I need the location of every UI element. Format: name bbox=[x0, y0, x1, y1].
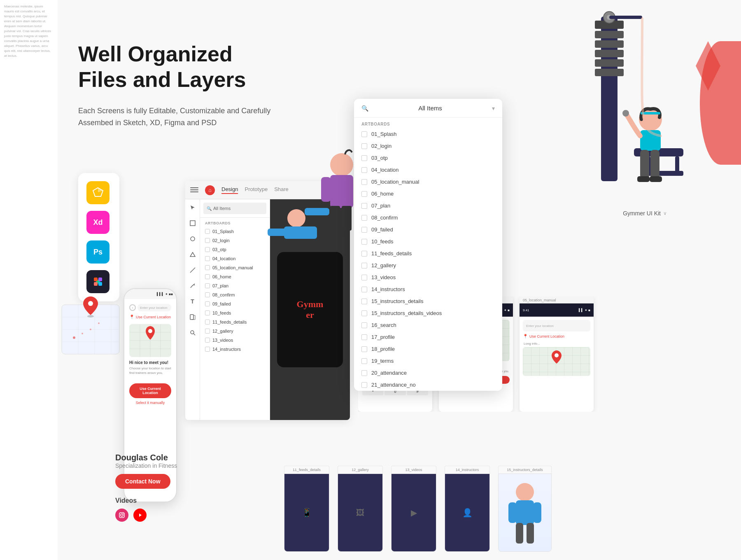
svg-rect-49 bbox=[595, 31, 624, 38]
svg-point-20 bbox=[87, 315, 94, 317]
all-items-item-11_feeds_details[interactable]: 11_feeds_details bbox=[354, 247, 502, 259]
feeds-screen: 📱 bbox=[284, 474, 329, 552]
svg-point-19 bbox=[88, 301, 93, 306]
all-items-item-21_attendance_no[interactable]: 21_attendance_no bbox=[354, 379, 502, 391]
all-items-item-02_login[interactable]: 02_login bbox=[354, 140, 502, 152]
all-items-item-03_otp[interactable]: 03_otp bbox=[354, 152, 502, 164]
triangle-tool[interactable] bbox=[188, 250, 198, 259]
text-tool[interactable]: T bbox=[188, 296, 198, 306]
back-btn[interactable]: ‹ bbox=[129, 304, 136, 311]
bottom-screen-feeds: 11_feeds_details 📱 bbox=[284, 466, 329, 552]
clip-tool[interactable] bbox=[188, 312, 198, 322]
all-items-item-14_instructors[interactable]: 14_instructors bbox=[354, 283, 502, 295]
svg-rect-68 bbox=[650, 176, 662, 182]
all-items-chevron[interactable]: ▾ bbox=[492, 105, 495, 112]
svg-rect-40 bbox=[330, 206, 340, 231]
all-items-item-09_failed[interactable]: 09_failed bbox=[354, 224, 502, 236]
sketch-item-07_plan[interactable]: 07_plan bbox=[200, 281, 270, 290]
kit-chevron[interactable]: ∨ bbox=[663, 210, 667, 216]
svg-point-34 bbox=[191, 331, 194, 334]
sketch-item-14_instructors[interactable]: 14_instructors bbox=[200, 345, 270, 354]
svg-rect-79 bbox=[508, 502, 517, 523]
search-bar[interactable]: Enter your location bbox=[137, 304, 171, 311]
svg-rect-52 bbox=[595, 59, 624, 67]
all-items-item-16_search[interactable]: 16_search bbox=[354, 319, 502, 331]
sketch-item-12_gallery[interactable]: 12_gallery bbox=[200, 327, 270, 336]
use-current-location-btn[interactable]: Use Current Location bbox=[129, 383, 171, 398]
all-items-item-17_profile[interactable]: 17_profile bbox=[354, 331, 502, 343]
instagram-icon[interactable] bbox=[115, 509, 128, 522]
svg-point-14 bbox=[73, 336, 75, 339]
svg-rect-51 bbox=[595, 50, 624, 57]
svg-point-16 bbox=[90, 329, 91, 330]
all-items-item-15_instructors_details_videos[interactable]: 15_instructors_details_videos bbox=[354, 307, 502, 319]
svg-rect-67 bbox=[637, 176, 650, 182]
all-items-item-19_terms[interactable]: 19_terms bbox=[354, 355, 502, 367]
svg-point-30 bbox=[191, 237, 195, 241]
pointer-tool[interactable] bbox=[188, 203, 198, 212]
phone-body: ‹ Enter your location 📍 Use Current Loca… bbox=[124, 299, 176, 410]
all-items-item-07_plan[interactable]: 07_plan bbox=[354, 200, 502, 212]
tab-design[interactable]: Design bbox=[221, 186, 238, 194]
svg-point-17 bbox=[98, 322, 100, 324]
contact-now-btn[interactable]: Contact Now bbox=[115, 474, 170, 489]
svg-rect-66 bbox=[650, 150, 659, 179]
svg-point-75 bbox=[123, 513, 124, 514]
all-items-item-13_videos[interactable]: 13_videos bbox=[354, 271, 502, 283]
instructors-details-label: 15_instructors_details bbox=[498, 466, 552, 474]
hero-description: Each Screens is fully Editable, Customiz… bbox=[78, 105, 284, 129]
all-items-item-18_profile[interactable]: 18_profile bbox=[354, 343, 502, 355]
all-items-item-08_confirm[interactable]: 08_confirm bbox=[354, 212, 502, 224]
youtube-icon[interactable] bbox=[133, 509, 147, 522]
instructors-label: 14_instructors bbox=[445, 466, 490, 474]
line-tool[interactable] bbox=[188, 265, 198, 275]
instructors-screen: 👤 bbox=[445, 474, 490, 552]
phone-nav: ‹ Enter your location bbox=[129, 304, 171, 311]
rectangle-tool[interactable] bbox=[188, 218, 198, 228]
location-illustration bbox=[58, 288, 124, 362]
sketch-item-13_videos[interactable]: 13_videos bbox=[200, 336, 270, 345]
profile-name: Douglas Cole bbox=[115, 453, 259, 462]
pen-tool[interactable] bbox=[188, 281, 198, 291]
zoom-tool[interactable] bbox=[188, 328, 198, 338]
sketch-item-06_home[interactable]: 06_home bbox=[200, 272, 270, 281]
home-nav-icon[interactable]: ⌂ bbox=[205, 185, 215, 195]
svg-rect-81 bbox=[516, 523, 523, 544]
svg-line-35 bbox=[193, 334, 195, 335]
sketch-item-11_feeds_details[interactable]: 11_feeds_details bbox=[200, 317, 270, 327]
gallery-screen: 🖼 bbox=[338, 474, 383, 552]
svg-rect-4 bbox=[94, 282, 98, 286]
location-subtext: Choose your location to start find train… bbox=[129, 366, 171, 375]
sketch-search-input[interactable]: 🔍 All Items bbox=[203, 203, 266, 214]
all-items-item-10_feeds[interactable]: 10_feeds bbox=[354, 236, 502, 247]
bottom-screen-videos: 13_videos ▶ bbox=[391, 466, 436, 552]
all-items-item-15_instructors_details[interactable]: 15_instructors_details bbox=[354, 295, 502, 307]
manual-map bbox=[523, 347, 590, 376]
gallery-label: 12_gallery bbox=[338, 466, 383, 474]
all-items-item-04_location[interactable]: 04_location bbox=[354, 164, 502, 176]
hamburger-icon[interactable] bbox=[190, 187, 198, 193]
svg-point-77 bbox=[516, 483, 534, 501]
circle-tool[interactable] bbox=[188, 234, 198, 244]
manual-search-input[interactable]: Enter your location bbox=[523, 320, 590, 331]
sketch-item-05_location_manual[interactable]: 05_location_manual bbox=[200, 263, 270, 272]
location-manual-label: 05_location_manual bbox=[520, 296, 594, 303]
all-items-item-20_attendance[interactable]: 20_attendance bbox=[354, 367, 502, 379]
sketch-item-10_feeds[interactable]: 10_feeds bbox=[200, 308, 270, 317]
svg-point-15 bbox=[82, 333, 83, 334]
all-items-item-05_location_manual[interactable]: 05_location_manual bbox=[354, 176, 502, 188]
svg-rect-53 bbox=[595, 69, 624, 76]
svg-rect-45 bbox=[305, 208, 329, 215]
svg-marker-69 bbox=[696, 41, 720, 91]
sketch-item-08_confirm[interactable]: 08_confirm bbox=[200, 290, 270, 299]
all-items-search-icon: 🔍 bbox=[361, 105, 368, 112]
all-items-item-12_gallery[interactable]: 12_gallery bbox=[354, 259, 502, 271]
manual-select-link[interactable]: Select it manually bbox=[129, 401, 171, 405]
all-items-item-06_home[interactable]: 06_home bbox=[354, 188, 502, 200]
sketch-item-09_failed[interactable]: 09_failed bbox=[200, 299, 270, 308]
all-items-item-01_Splash[interactable]: 01_Splash bbox=[354, 128, 502, 140]
svg-rect-82 bbox=[527, 523, 534, 544]
manual-content: Enter your location 📍 Use Current Locati… bbox=[520, 317, 594, 407]
svg-rect-73 bbox=[119, 513, 124, 518]
svg-point-74 bbox=[121, 514, 123, 516]
